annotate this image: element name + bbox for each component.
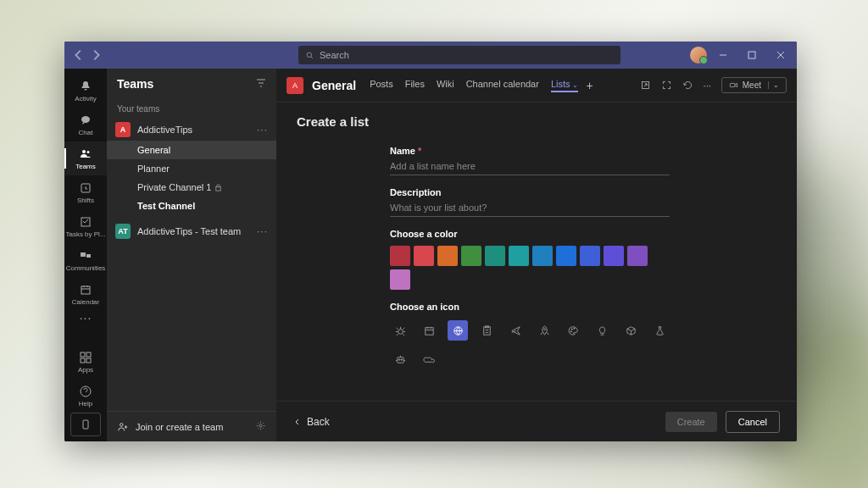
color-swatch-2[interactable] xyxy=(437,246,458,266)
tab-lists[interactable]: Lists⌄ xyxy=(551,79,578,92)
page-title: Create a list xyxy=(297,114,776,129)
svg-point-21 xyxy=(398,329,403,334)
icon-choice-palette[interactable] xyxy=(563,320,583,341)
search-input[interactable]: Search xyxy=(298,46,620,64)
app-window: Search Activity Chat Teams Shifts Tasks … xyxy=(64,42,797,441)
svg-rect-30 xyxy=(397,357,403,363)
globe-icon xyxy=(452,324,465,337)
channel-private[interactable]: Private Channel 1 xyxy=(107,178,276,197)
team-more-icon[interactable]: ··· xyxy=(257,225,268,237)
svg-rect-8 xyxy=(86,254,91,258)
svg-rect-1 xyxy=(748,52,755,58)
meet-button[interactable]: Meet ⌄ xyxy=(721,77,787,93)
chevron-down-icon[interactable]: ⌄ xyxy=(768,81,779,89)
icon-choice-cube[interactable] xyxy=(620,320,641,341)
name-label: Name * xyxy=(390,146,670,156)
user-avatar[interactable] xyxy=(690,47,707,64)
color-swatch-11[interactable] xyxy=(390,269,410,290)
section-label: Your teams xyxy=(107,99,276,119)
rail-device[interactable] xyxy=(70,413,101,436)
icon-choice-globe[interactable] xyxy=(448,320,468,341)
svg-rect-13 xyxy=(86,358,91,363)
rail-communities[interactable]: Communities xyxy=(64,243,107,277)
icon-choice-flask[interactable] xyxy=(649,320,670,341)
palette-icon xyxy=(567,324,580,337)
color-swatch-10[interactable] xyxy=(627,246,648,266)
color-swatch-3[interactable] xyxy=(461,246,481,266)
team-addictivetips[interactable]: A AddictiveTips ··· xyxy=(107,119,276,141)
icon-choice-robot[interactable] xyxy=(390,349,410,369)
join-team-button[interactable]: Join or create a team xyxy=(136,422,223,432)
icon-choice-plane[interactable] xyxy=(505,320,526,341)
teams-sidebar: Teams Your teams A AddictiveTips ··· Gen… xyxy=(107,69,276,441)
close-button[interactable] xyxy=(768,42,793,69)
rail-chat[interactable]: Chat xyxy=(64,108,107,141)
channel-planner[interactable]: Planner xyxy=(107,159,276,178)
refresh-icon[interactable] xyxy=(682,80,693,91)
tab-posts[interactable]: Posts xyxy=(370,79,393,92)
color-swatch-1[interactable] xyxy=(414,246,434,266)
settings-icon[interactable] xyxy=(255,420,266,433)
list-name-input[interactable] xyxy=(390,156,670,175)
video-icon xyxy=(729,80,738,90)
back-button[interactable]: Back xyxy=(293,416,330,428)
calendar-icon xyxy=(423,324,436,337)
rail-more[interactable]: ··· xyxy=(80,311,92,324)
cancel-button[interactable]: Cancel xyxy=(726,411,780,433)
search-icon xyxy=(305,51,314,60)
color-swatch-0[interactable] xyxy=(390,246,410,266)
color-swatch-9[interactable] xyxy=(604,246,624,266)
open-external-icon[interactable] xyxy=(640,80,651,91)
rail-apps[interactable]: Apps xyxy=(64,345,107,379)
color-label: Choose a color xyxy=(390,229,670,239)
rail-teams[interactable]: Teams xyxy=(64,141,107,175)
minimize-button[interactable] xyxy=(710,42,736,69)
channel-test[interactable]: Test Channel xyxy=(107,197,276,215)
apps-icon xyxy=(79,351,92,364)
tab-wiki[interactable]: Wiki xyxy=(437,79,454,92)
list-description-input[interactable] xyxy=(390,197,670,217)
rail-shifts[interactable]: Shifts xyxy=(64,175,107,209)
rail-activity[interactable]: Activity xyxy=(64,74,107,108)
icon-choice-bulb[interactable] xyxy=(592,320,612,341)
icon-choice-calendar[interactable] xyxy=(419,320,439,341)
rail-tasks[interactable]: Tasks by Pl... xyxy=(64,209,107,243)
nav-forward-button[interactable] xyxy=(88,47,103,63)
tab-channel-calendar[interactable]: Channel calendar xyxy=(466,79,539,92)
cloud-icon xyxy=(423,353,436,366)
team-more-icon[interactable]: ··· xyxy=(257,124,268,136)
team-addictivetips-test[interactable]: AT AddictiveTips - Test team ··· xyxy=(107,220,276,242)
description-label: Description xyxy=(390,187,670,197)
channel-general[interactable]: General xyxy=(107,141,276,159)
icon-choice-bug[interactable] xyxy=(390,320,410,341)
team-avatar: A xyxy=(115,122,131,137)
svg-point-27 xyxy=(570,328,571,329)
svg-point-31 xyxy=(398,358,400,360)
color-swatch-7[interactable] xyxy=(556,246,576,266)
filter-icon[interactable] xyxy=(256,77,266,91)
color-swatch-8[interactable] xyxy=(580,246,600,266)
chat-icon xyxy=(79,114,92,127)
nav-back-button[interactable] xyxy=(71,47,86,63)
icon-label: Choose an icon xyxy=(390,302,670,312)
create-button[interactable]: Create xyxy=(665,412,717,432)
icon-choice-rocket[interactable] xyxy=(534,320,554,341)
expand-icon[interactable] xyxy=(661,80,672,91)
maximize-button[interactable] xyxy=(739,42,765,69)
header-more-icon[interactable]: ··· xyxy=(704,80,711,91)
color-swatch-4[interactable] xyxy=(485,246,505,266)
tab-files[interactable]: Files xyxy=(405,79,425,92)
icon-choice-cloud[interactable] xyxy=(419,349,439,369)
svg-rect-16 xyxy=(216,186,220,191)
plane-icon xyxy=(509,324,522,337)
team-name: AddictiveTips - Test team xyxy=(137,226,241,236)
color-swatch-5[interactable] xyxy=(509,246,529,266)
rail-calendar[interactable]: Calendar xyxy=(64,277,107,311)
icon-choice-clipboard[interactable] xyxy=(476,320,497,341)
shifts-icon xyxy=(79,181,92,195)
chevron-left-icon xyxy=(293,418,302,426)
color-swatch-6[interactable] xyxy=(532,246,553,266)
add-tab-button[interactable]: + xyxy=(587,79,593,92)
rail-help[interactable]: Help xyxy=(64,379,107,413)
rocket-icon xyxy=(538,324,551,337)
